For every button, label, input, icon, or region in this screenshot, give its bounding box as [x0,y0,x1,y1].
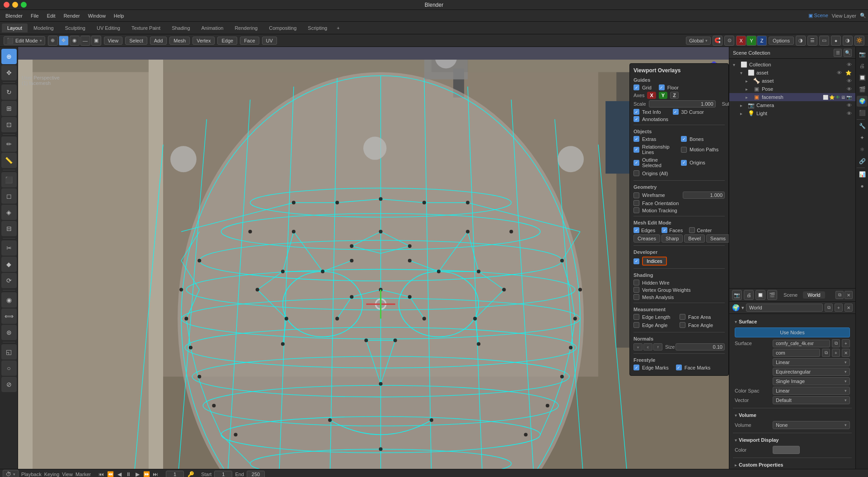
wireframe-mode[interactable]: ▭ [819,36,829,46]
annotate-tool-btn[interactable]: ✏ [1,136,17,152]
vt-output[interactable]: 🖨 [857,61,868,71]
creases-btn[interactable]: Creases [633,234,660,243]
move-tool-btn[interactable]: ✥ [1,65,17,80]
face-area-checkbox[interactable] [680,314,685,320]
edge-menu[interactable]: Edge [217,37,237,45]
vt-physics[interactable]: ⚛ [857,144,868,155]
sub-new2-btn[interactable]: + [832,349,840,357]
grid-checkbox[interactable] [633,84,639,90]
play-reverse-btn[interactable]: ◀ [115,470,123,477]
edge-length-checkbox[interactable] [633,314,639,320]
wireframe-value-input[interactable] [683,192,725,199]
sub-link-btn[interactable]: ⧉ [822,349,830,357]
surface-value[interactable]: comfy_cafe_4k.exr [773,340,830,347]
mesh-menu[interactable]: Mesh [169,37,190,45]
edge-marks-checkbox[interactable] [633,365,639,370]
single-image-dropdown[interactable]: Single Image ▾ [773,377,850,385]
surface-copy-btn[interactable]: ⧉ [832,339,840,347]
x-constraint[interactable]: X [736,36,746,46]
normal-face-icon[interactable]: f [653,343,662,351]
extras-checkbox[interactable] [633,136,639,142]
sc-filter-btn[interactable]: ☰ [834,49,842,57]
vt-scene[interactable]: 🎬 [857,84,868,95]
face-orient-checkbox[interactable] [633,200,639,206]
menu-help[interactable]: Help [110,12,128,19]
edge-slide-btn[interactable]: ⟺ [1,309,17,324]
world-copy-data-btn[interactable]: ⧉ [825,304,833,312]
prev-keyframe-btn[interactable]: ⏪ [106,470,114,477]
menu-window[interactable]: Window [84,12,109,19]
tab-compositing[interactable]: Compositing [263,23,302,33]
mesh-analysis-checkbox[interactable] [633,294,639,300]
custom-props-group-header[interactable]: ▸ Custom Properties [733,461,852,469]
face-angle-checkbox[interactable] [680,322,685,328]
vt-object[interactable]: ⬛ [857,108,868,118]
menu-edit[interactable]: Edit [43,12,59,19]
shear-btn[interactable]: ◱ [1,344,17,360]
origins-all-checkbox[interactable] [633,170,639,176]
tab-scene[interactable]: Scene [779,291,802,299]
origins-checkbox[interactable] [681,160,687,166]
vertex-menu[interactable]: Vertex [192,37,215,45]
uv-menu[interactable]: UV [262,37,277,45]
poly-build-btn[interactable]: ◆ [1,257,17,272]
world-unlink-btn[interactable]: ✕ [845,304,853,312]
cursor-tool-btn[interactable]: ⊕ [1,49,17,64]
face-menu[interactable]: Face [240,37,259,45]
next-keyframe-btn[interactable]: ⏩ [142,470,150,477]
tab-shading[interactable]: Shading [166,23,195,33]
me-center-checkbox[interactable] [689,227,695,233]
volume-group-header[interactable]: ▾ Volume [733,411,852,419]
vt-material[interactable]: ● [857,181,868,192]
tab-uv-editing[interactable]: UV Editing [91,23,126,33]
knife-tool-btn[interactable]: ✂ [1,240,17,256]
bevel-btn[interactable]: Bevel [684,234,705,243]
tree-facemesh[interactable]: ▸ ▣ facemesh ⬜ ⭐ 👁 🖥 📷 [729,93,855,101]
y-axis-btn[interactable]: Y [659,92,667,99]
keying-label[interactable]: Keying [44,472,60,477]
wireframe-checkbox[interactable] [633,192,639,198]
icon-move[interactable]: ✥ [59,36,69,46]
vt-particles[interactable]: ✦ [857,132,868,143]
vt-constraints[interactable]: 🔗 [857,156,868,167]
motion-tracking-checkbox[interactable] [633,207,639,213]
view-label[interactable]: View [62,472,73,477]
scale-tool-btn[interactable]: ⊞ [1,101,17,116]
material-preview-mode[interactable]: ◑ [843,36,853,46]
smooth-btn[interactable]: ◉ [1,292,17,308]
sub-del-btn[interactable]: ✕ [842,349,850,357]
icon-edge-edit[interactable]: — [80,36,90,46]
linear-dropdown[interactable]: Linear ▾ [773,358,850,366]
top-right-scene[interactable]: ▣ Scene [808,13,828,19]
jump-start-btn[interactable]: ⏮ [97,470,105,477]
maximize-button[interactable] [21,2,27,8]
keying-sets-icon[interactable]: 🔑 [187,470,195,477]
tab-add[interactable]: + [333,23,343,33]
props-close-btn[interactable]: ✕ [845,291,853,299]
world-name-input[interactable] [746,304,823,312]
tree-pose[interactable]: ▸ ▣ Pose 👁 [729,85,855,93]
solid-mode[interactable]: ● [831,36,841,46]
play-btn[interactable]: ▶ [133,470,141,477]
vg-weights-checkbox[interactable] [633,287,639,293]
rendered-mode[interactable]: 🔆 [854,36,864,46]
props-scene-icon[interactable]: 🎬 [767,290,777,300]
loop-cut-tool-btn[interactable]: ⊟ [1,221,17,236]
rel-lines-checkbox[interactable] [633,147,639,153]
world-new-btn[interactable]: + [835,304,843,312]
z-axis-btn[interactable]: Z [670,92,679,99]
use-nodes-btn[interactable]: Use Nodes [735,327,850,337]
transform-tool-btn[interactable]: ⊡ [1,117,17,132]
hidden-wire-checkbox[interactable] [633,280,639,285]
color-swatch[interactable] [773,446,800,454]
scale-input[interactable] [649,100,716,108]
icon-vertex-edit[interactable]: ◉ [70,36,80,46]
tab-texture-paint[interactable]: Texture Paint [126,23,166,33]
start-frame-input[interactable] [214,471,232,477]
to-sphere-btn[interactable]: ○ [1,360,17,376]
playback-label[interactable]: Playback [21,472,42,477]
jump-end-btn[interactable]: ⏭ [151,470,160,477]
extrude-tool-btn[interactable]: ⬛ [1,172,17,187]
tab-scripting[interactable]: Scripting [302,23,333,33]
sub-value[interactable]: com [773,349,820,357]
